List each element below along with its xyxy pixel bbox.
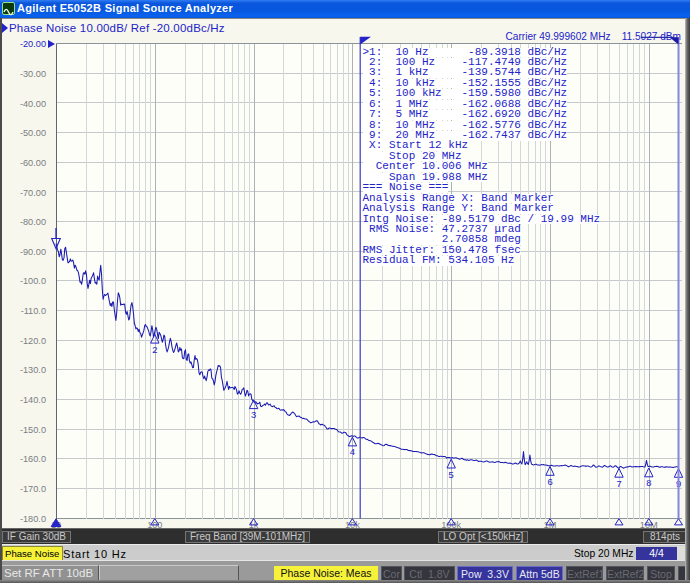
svg-text:-130.0: -130.0	[20, 365, 46, 375]
svg-text:-120.0: -120.0	[20, 336, 46, 346]
svg-text:-40.00: -40.00	[20, 99, 46, 109]
svg-text:2: 2	[152, 345, 158, 356]
svg-text:4: 4	[350, 447, 356, 458]
svg-text:-30.00: -30.00	[20, 69, 46, 79]
svg-text:-60.00: -60.00	[20, 158, 46, 168]
svg-text:5: 5	[448, 470, 454, 481]
svg-text:7: 7	[616, 479, 622, 490]
svg-text:3: 3	[251, 410, 257, 421]
svg-text:-100.0: -100.0	[20, 276, 46, 286]
svg-text:8: 8	[646, 478, 652, 489]
svg-text:-170.0: -170.0	[20, 484, 46, 494]
svg-text:-160.0: -160.0	[20, 454, 46, 464]
svg-text:-150.0: -150.0	[20, 425, 46, 435]
svg-text:-110.0: -110.0	[21, 306, 46, 316]
svg-text:-80.00: -80.00	[20, 217, 46, 227]
svg-text:-50.00: -50.00	[20, 128, 46, 138]
svg-text:-140.0: -140.0	[20, 395, 46, 405]
svg-text:-20.00: -20.00	[20, 39, 46, 49]
svg-text:6: 6	[547, 477, 553, 488]
svg-text:-70.00: -70.00	[20, 188, 46, 198]
svg-text:-90.00: -90.00	[20, 247, 46, 257]
svg-text:-180.0: -180.0	[20, 514, 46, 524]
